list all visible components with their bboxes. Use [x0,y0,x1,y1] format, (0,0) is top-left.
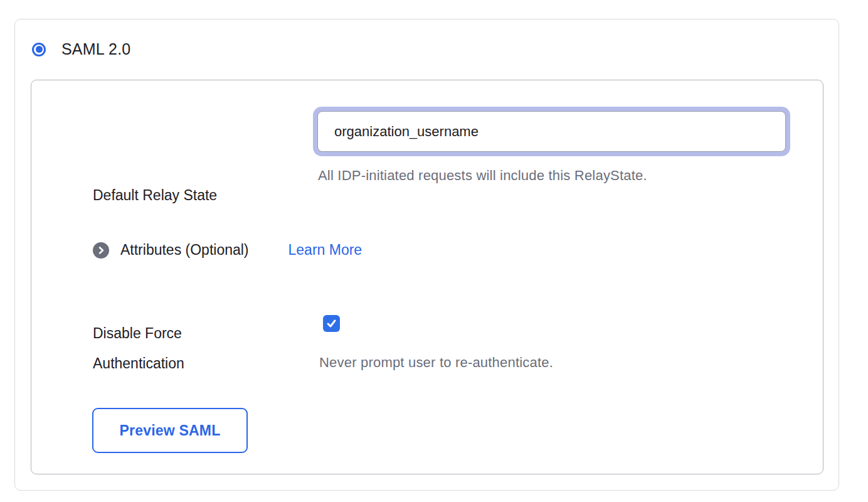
saml-config-panel: Default Relay State All IDP-initiated re… [31,80,823,474]
attributes-section-row: Attributes (Optional) Learn More [93,242,362,259]
protocol-radio-row[interactable]: SAML 2.0 [32,40,130,58]
learn-more-link[interactable]: Learn More [288,242,363,259]
radio-selected-dot [36,46,43,53]
chevron-right-icon [97,246,105,255]
checkmark-icon [326,318,337,329]
relay-state-help: All IDP-initiated requests will include … [318,168,647,184]
force-auth-checkbox[interactable] [323,315,340,332]
expand-chevron-icon[interactable] [93,242,109,259]
preview-saml-button[interactable]: Preview SAML [92,408,248,453]
force-auth-label: Disable Force Authentication [93,318,268,378]
saml-settings-card: SAML 2.0 Default Relay State All IDP-ini… [14,19,839,491]
relay-state-label: Default Relay State [93,180,217,210]
saml-radio-button[interactable] [32,43,46,56]
attributes-label: Attributes (Optional) [120,242,249,259]
relay-state-input[interactable] [317,111,786,152]
force-auth-help: Never prompt user to re-authenticate. [319,355,553,371]
saml-radio-label: SAML 2.0 [61,40,130,58]
relay-state-focus-ring [313,107,790,156]
